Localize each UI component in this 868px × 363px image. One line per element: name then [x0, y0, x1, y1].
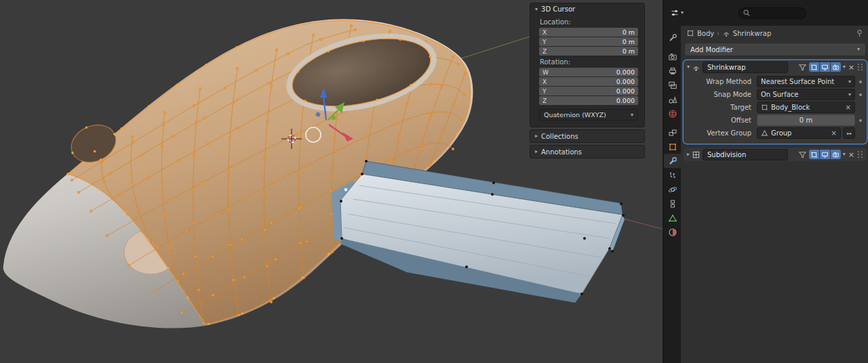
animate-decorator[interactable]: [855, 119, 865, 122]
target-object-field[interactable]: Body_Block ×: [757, 102, 855, 113]
wrap-method-dropdown[interactable]: Nearest Surface Point ▾: [757, 76, 855, 87]
cursor-rotation-y[interactable]: Y 0.000: [539, 87, 638, 95]
particles-icon: [668, 171, 677, 180]
mesh-data-icon: [668, 213, 677, 223]
tab-object-data[interactable]: [664, 211, 681, 225]
modifier-close-icon[interactable]: ×: [848, 151, 855, 158]
tab-scene[interactable]: [664, 92, 681, 106]
properties-content: Body › Shrinkwrap Add Modifier ▾ ▾: [681, 26, 868, 363]
tab-modifiers-active[interactable]: [664, 154, 681, 168]
editor-type-dropdown[interactable]: ▾: [668, 7, 686, 19]
modifier-header[interactable]: ▾ Shrinkwrap ▾: [684, 60, 867, 74]
chevron-down-icon: ▾: [857, 47, 860, 52]
toggle-edit-mode[interactable]: [809, 150, 819, 159]
modifier-drag-handle[interactable]: [857, 151, 863, 158]
snap-mode-dropdown[interactable]: On Surface ▾: [757, 89, 855, 100]
properties-editor: ▾: [663, 0, 868, 363]
toggle-render[interactable]: [831, 62, 841, 72]
panel-annotations-header[interactable]: ▸ Annotations: [530, 145, 645, 158]
properties-tab-strip: [664, 26, 681, 363]
cursor-rotation-w[interactable]: W 0.000: [539, 68, 638, 77]
n-panel: ▾ 3D Cursor Location: X 0 m Y 0 m: [530, 3, 645, 158]
panel-collections-header[interactable]: ▸ Collections: [530, 129, 645, 143]
tab-collection[interactable]: [664, 125, 681, 140]
tab-object[interactable]: [664, 140, 681, 154]
tab-material[interactable]: [664, 225, 681, 239]
panel-3d-cursor-header[interactable]: ▾ 3D Cursor: [530, 3, 644, 15]
search-icon: [743, 9, 751, 17]
offset-row: Offset 0 m: [684, 114, 867, 127]
constraints-icon: [668, 199, 677, 209]
chevron-right-icon[interactable]: ▸: [687, 152, 690, 157]
toggle-edit-mode[interactable]: [809, 62, 819, 72]
chevron-down-icon: ▾: [848, 92, 851, 98]
view-layer-icon: [668, 81, 677, 90]
physics-icon: [668, 185, 677, 194]
modifier-header[interactable]: ▸ Subdivision ▾: [684, 148, 867, 161]
subdivision-icon: [692, 150, 701, 159]
tab-tool[interactable]: [664, 30, 681, 45]
tool-icon: [668, 33, 677, 43]
3d-viewport[interactable]: ▾ 3D Cursor Location: X 0 m Y 0 m: [0, 0, 663, 363]
animate-decorator[interactable]: [855, 93, 865, 96]
animate-decorator[interactable]: [855, 81, 865, 83]
material-icon: [668, 228, 677, 237]
modifier-name-field[interactable]: Shrinkwrap: [703, 62, 788, 73]
breadcrumb: Body › Shrinkwrap: [683, 26, 867, 41]
cursor-rotation-z[interactable]: Z 0.000: [539, 96, 638, 105]
tab-render[interactable]: [664, 49, 681, 64]
modifier-drag-handle[interactable]: [857, 64, 863, 70]
chevron-down-icon: ▾: [848, 79, 851, 85]
modifier-close-icon[interactable]: ×: [848, 64, 855, 71]
add-modifier-button[interactable]: Add Modifier ▾: [684, 43, 866, 56]
blender-window: ▾ 3D Cursor Location: X 0 m Y 0 m: [0, 0, 868, 363]
shrinkwrap-icon: [722, 29, 730, 37]
modifier-panel-shrinkwrap: ▾ Shrinkwrap ▾: [684, 60, 867, 144]
cursor-location-z[interactable]: Z 0 m: [539, 47, 638, 56]
pin-icon[interactable]: [855, 29, 864, 38]
search-input[interactable]: [738, 7, 806, 19]
cursor-location-y[interactable]: Y 0 m: [539, 37, 638, 46]
chevron-down-icon: ▾: [535, 7, 538, 12]
tab-constraints[interactable]: [664, 196, 681, 211]
snap-mode-row: Snap Mode On Surface ▾: [684, 88, 867, 101]
invert-vertex-group-button[interactable]: ↔: [843, 127, 855, 139]
offset-value-field[interactable]: 0 m: [757, 114, 855, 126]
breadcrumb-object[interactable]: Body: [697, 30, 714, 37]
tab-particles[interactable]: [664, 168, 681, 182]
clear-vertex-group-icon[interactable]: ×: [831, 130, 837, 137]
cursor-rotation-x[interactable]: X 0.000: [539, 77, 638, 86]
clear-target-icon[interactable]: ×: [846, 104, 851, 111]
tab-output[interactable]: [664, 64, 681, 78]
vertex-group-filter-icon[interactable]: [798, 63, 807, 72]
breadcrumb-modifier[interactable]: Shrinkwrap: [733, 30, 771, 37]
printer-icon: [668, 66, 677, 76]
toggle-realtime-display[interactable]: [820, 62, 830, 72]
chevron-right-icon: ▸: [535, 133, 538, 139]
vertex-group-filter-icon[interactable]: [798, 150, 807, 159]
toggle-realtime-display[interactable]: [820, 150, 830, 159]
rotation-mode-dropdown[interactable]: Quaternion (WXYZ) ▾: [539, 109, 638, 121]
render-camera-icon: [668, 52, 677, 62]
collection-icon: [668, 128, 677, 137]
tab-view-layer[interactable]: [664, 78, 681, 92]
shrinkwrap-icon: [692, 63, 701, 72]
vertex-group-field[interactable]: Group ×: [757, 127, 841, 139]
modifier-extras-dropdown-icon[interactable]: ▾: [843, 152, 846, 157]
vertex-group-row: Vertex Group Group × ↔: [684, 127, 867, 140]
breadcrumb-separator: ›: [717, 30, 719, 37]
target-row: Target Body_Block ×: [684, 101, 867, 114]
location-label: Location:: [539, 16, 638, 28]
chevron-down-icon[interactable]: ▾: [687, 64, 690, 70]
scene-icon: [668, 95, 677, 104]
tab-world[interactable]: [664, 106, 681, 121]
object-icon: [668, 142, 677, 152]
modifier-name-field[interactable]: Subdivision: [703, 149, 788, 161]
modifier-extras-dropdown-icon[interactable]: ▾: [843, 64, 846, 70]
tab-physics[interactable]: [664, 182, 681, 196]
modifier-panel-subdivision: ▸ Subdivision ▾: [684, 148, 867, 161]
cursor-location-x[interactable]: X 0 m: [539, 28, 638, 37]
toggle-render[interactable]: [831, 150, 841, 159]
active-vertex[interactable]: [344, 188, 348, 192]
properties-editor-icon: [670, 8, 679, 18]
